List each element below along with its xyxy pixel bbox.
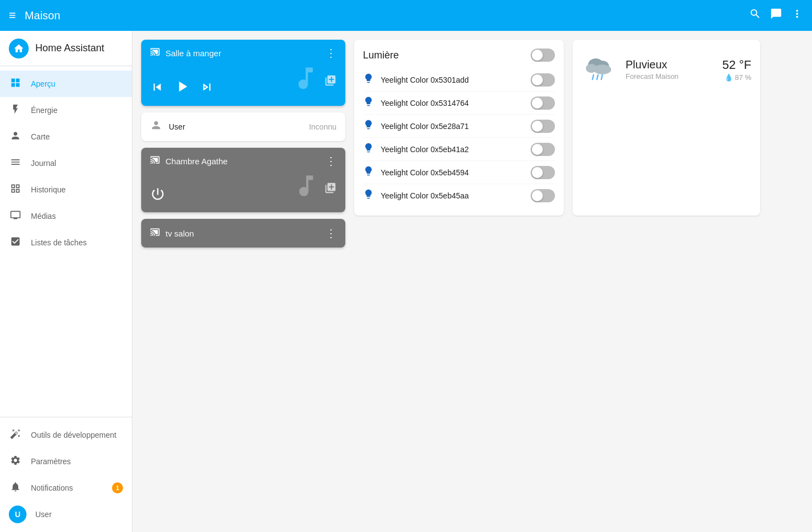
light-toggle-4[interactable]	[531, 166, 555, 179]
carte-icon	[9, 130, 22, 144]
notifications-label: Notifications	[31, 483, 73, 492]
apercu-label: Aperçu	[31, 79, 55, 88]
chambre-menu[interactable]: ⋮	[325, 154, 336, 168]
sidebar: Home Assistant Aperçu Énergie	[0, 31, 132, 532]
historique-label: Historique	[31, 185, 66, 194]
sidebar-item-carte[interactable]: Carte	[0, 123, 132, 150]
chambre-title: Chambre Agathe	[165, 157, 228, 166]
light-toggle-3[interactable]	[531, 143, 555, 156]
sidebar-item-journal[interactable]: Journal	[0, 150, 132, 176]
tv-salon-title: tv salon	[165, 229, 194, 238]
prev-button[interactable]	[150, 80, 164, 98]
lumiere-main-toggle[interactable]	[531, 49, 555, 62]
light-name-2: Yeelight Color 0x5e28a71	[381, 122, 531, 131]
chat-icon[interactable]	[770, 8, 782, 23]
light-name-3: Yeelight Color 0x5eb41a2	[381, 145, 531, 154]
parametres-icon	[9, 455, 22, 469]
content-area: Salle à manger ⋮	[132, 31, 812, 532]
light-toggle-1[interactable]	[531, 96, 555, 110]
music-art-chambre	[292, 172, 320, 206]
light-toggle-0[interactable]	[531, 73, 555, 87]
play-button[interactable]	[173, 78, 191, 99]
more-vert-icon[interactable]	[791, 8, 803, 23]
humidity-icon: 💧	[724, 73, 733, 82]
user-label: User	[35, 510, 52, 519]
user-card-icon	[150, 119, 162, 135]
topbar: ≡ Maison	[0, 0, 812, 31]
light-icon-0	[363, 73, 374, 87]
journal-label: Journal	[31, 159, 56, 168]
light-name-4: Yeelight Color 0x5eb4594	[381, 168, 531, 177]
sidebar-item-historique[interactable]: Historique	[0, 176, 132, 203]
sidebar-item-apercu[interactable]: Aperçu	[0, 71, 132, 97]
avatar: U	[9, 506, 26, 523]
light-icon-5	[363, 189, 374, 202]
historique-icon	[9, 183, 22, 197]
sidebar-item-notifications[interactable]: Notifications 1	[0, 475, 132, 501]
notification-badge: 1	[112, 482, 123, 493]
sidebar-item-parametres[interactable]: Paramètres	[0, 448, 132, 475]
light-icon-4	[363, 165, 374, 179]
taches-icon	[9, 236, 22, 250]
outils-label: Outils de développement	[31, 431, 116, 439]
queue-icon-chambre[interactable]	[324, 182, 336, 196]
user-card: User Inconnu	[141, 112, 345, 141]
weather-humidity: 💧 87 %	[722, 73, 751, 82]
light-toggle-2[interactable]	[531, 120, 555, 133]
apercu-icon	[9, 77, 22, 91]
search-icon[interactable]	[749, 8, 761, 23]
cast-icon-salle	[150, 47, 160, 60]
app-title-area: Home Assistant	[0, 31, 132, 66]
light-icon-1	[363, 96, 374, 110]
chambre-agathe-card: Chambre Agathe ⋮	[141, 148, 345, 212]
user-card-name: User	[169, 122, 185, 131]
medias-label: Médias	[31, 212, 56, 221]
weather-forecast-label: Forecast Maison	[626, 72, 713, 80]
cards-left: Salle à manger ⋮	[141, 40, 345, 248]
menu-icon[interactable]: ≡	[9, 8, 16, 23]
light-icon-2	[363, 119, 374, 133]
light-row-2: Yeelight Color 0x5e28a71	[363, 115, 555, 138]
weather-card: Pluvieux Forecast Maison 52 °F 💧 87 %	[573, 40, 760, 216]
energie-label: Énergie	[31, 106, 57, 115]
taches-label: Listes de tâches	[31, 238, 87, 247]
sidebar-item-energie[interactable]: Énergie	[0, 97, 132, 123]
light-row-1: Yeelight Color 0x5314764	[363, 92, 555, 115]
topbar-actions	[749, 8, 803, 23]
main-layout: Home Assistant Aperçu Énergie	[0, 31, 812, 532]
music-art-icon	[291, 64, 320, 99]
lumiere-title: Lumière	[363, 50, 399, 61]
cards-right-top: Lumière Yeelight Color 0x5301add	[354, 40, 803, 216]
next-button[interactable]	[200, 80, 214, 98]
cast-icon-chambre	[150, 155, 160, 168]
page-title: Maison	[25, 9, 749, 22]
light-name-0: Yeelight Color 0x5301add	[381, 76, 531, 84]
weather-icon	[581, 49, 617, 90]
tv-salon-card: tv salon ⋮	[141, 219, 345, 248]
sidebar-item-medias[interactable]: Médias	[0, 203, 132, 229]
svg-line-5	[597, 75, 598, 79]
energie-icon	[9, 104, 22, 117]
sidebar-item-taches[interactable]: Listes de tâches	[0, 229, 132, 256]
sidebar-item-outils[interactable]: Outils de développement	[0, 422, 132, 448]
notifications-icon	[9, 481, 22, 495]
cards-right: Lumière Yeelight Color 0x5301add	[354, 40, 803, 216]
salle-manger-menu[interactable]: ⋮	[325, 46, 336, 60]
svg-line-6	[601, 75, 602, 79]
sidebar-item-user[interactable]: U User	[0, 501, 132, 528]
user-card-status: Inconnu	[309, 122, 336, 131]
queue-icon-salle[interactable]	[324, 74, 336, 89]
ha-logo	[9, 39, 29, 58]
sidebar-bottom: Outils de développement Paramètres Notif…	[0, 417, 132, 532]
light-toggle-5[interactable]	[531, 189, 555, 202]
svg-point-3	[594, 65, 611, 74]
svg-line-4	[592, 75, 594, 79]
lumiere-card: Lumière Yeelight Color 0x5301add	[354, 40, 564, 216]
medias-icon	[9, 209, 22, 223]
light-name-1: Yeelight Color 0x5314764	[381, 99, 531, 108]
sidebar-nav: Aperçu Énergie Carte Journ	[0, 66, 132, 417]
light-row-0: Yeelight Color 0x5301add	[363, 68, 555, 92]
power-button-chambre[interactable]	[150, 186, 165, 206]
app-title: Home Assistant	[35, 42, 104, 54]
tv-salon-menu[interactable]: ⋮	[325, 227, 336, 240]
